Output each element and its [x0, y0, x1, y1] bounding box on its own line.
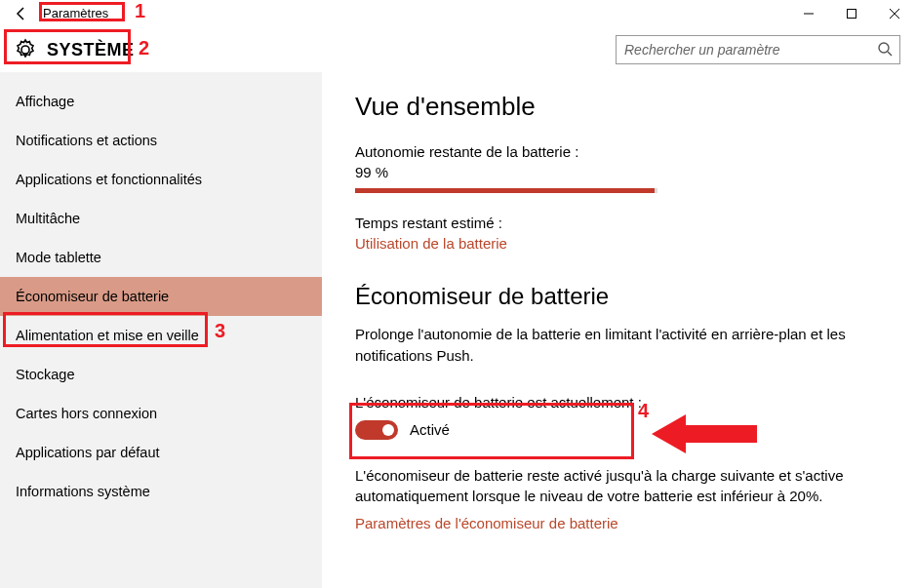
- sidebar-item[interactable]: Notifications et actions: [0, 121, 322, 160]
- sidebar-item[interactable]: Multitâche: [0, 199, 322, 238]
- saver-description: Prolonge l'autonomie de la batterie en l…: [355, 324, 877, 367]
- time-remaining-label: Temps restant estimé :: [355, 215, 877, 231]
- minimize-button[interactable]: [787, 0, 830, 27]
- battery-saver-toggle[interactable]: [355, 420, 398, 440]
- sidebar-item[interactable]: Économiseur de batterie: [0, 277, 322, 316]
- content: Vue d'ensemble Autonomie restante de la …: [322, 72, 916, 588]
- titlebar: Paramètres: [0, 0, 916, 27]
- sidebar: AffichageNotifications et actionsApplica…: [0, 72, 322, 588]
- section-title: SYSTÈME: [47, 40, 135, 60]
- close-button[interactable]: [873, 0, 916, 27]
- saver-settings-link[interactable]: Paramètres de l'économiseur de batterie: [355, 515, 877, 531]
- arrow-left-icon: [14, 6, 29, 21]
- battery-progress: [355, 188, 657, 193]
- overview-heading: Vue d'ensemble: [355, 92, 877, 122]
- maximize-button[interactable]: [830, 0, 873, 27]
- sidebar-item[interactable]: Applications et fonctionnalités: [0, 160, 322, 199]
- svg-line-3: [888, 52, 892, 56]
- sidebar-item[interactable]: Informations système: [0, 472, 322, 511]
- battery-remaining-label: Autonomie restante de la batterie :: [355, 143, 877, 160]
- saver-heading: Économiseur de batterie: [355, 283, 877, 310]
- sidebar-item[interactable]: Stockage: [0, 355, 322, 394]
- window-controls: [787, 0, 916, 27]
- sidebar-item[interactable]: Mode tablette: [0, 238, 322, 277]
- sidebar-item[interactable]: Alimentation et mise en veille: [0, 316, 322, 355]
- sidebar-item[interactable]: Applications par défaut: [0, 433, 322, 472]
- minimize-icon: [803, 8, 815, 20]
- battery-progress-fill: [355, 188, 655, 193]
- saver-description-2: L'économiseur de batterie reste activé j…: [355, 465, 877, 508]
- search-input[interactable]: [616, 35, 900, 64]
- sidebar-item[interactable]: Cartes hors connexion: [0, 394, 322, 433]
- main: AffichageNotifications et actionsApplica…: [0, 72, 916, 588]
- svg-rect-1: [848, 10, 856, 19]
- gear-icon: [14, 38, 37, 61]
- toggle-row: Activé: [355, 420, 871, 440]
- header: SYSTÈME: [0, 27, 916, 72]
- toggle-state: Activé: [410, 421, 450, 438]
- toggle-label: L'économiseur de batterie est actuelleme…: [355, 394, 871, 411]
- section-heading: SYSTÈME: [8, 34, 144, 65]
- search-wrap: [616, 35, 900, 64]
- battery-usage-link[interactable]: Utilisation de la batterie: [355, 235, 877, 252]
- back-button[interactable]: [4, 0, 39, 27]
- svg-point-2: [879, 43, 889, 53]
- search-icon: [877, 41, 893, 57]
- toggle-knob: [382, 424, 394, 436]
- window-title: Paramètres: [39, 5, 112, 22]
- sidebar-item[interactable]: Affichage: [0, 82, 322, 121]
- close-icon: [889, 8, 900, 20]
- maximize-icon: [846, 8, 857, 20]
- battery-remaining-value: 99 %: [355, 164, 877, 180]
- toggle-block: L'économiseur de batterie est actuelleme…: [355, 388, 877, 451]
